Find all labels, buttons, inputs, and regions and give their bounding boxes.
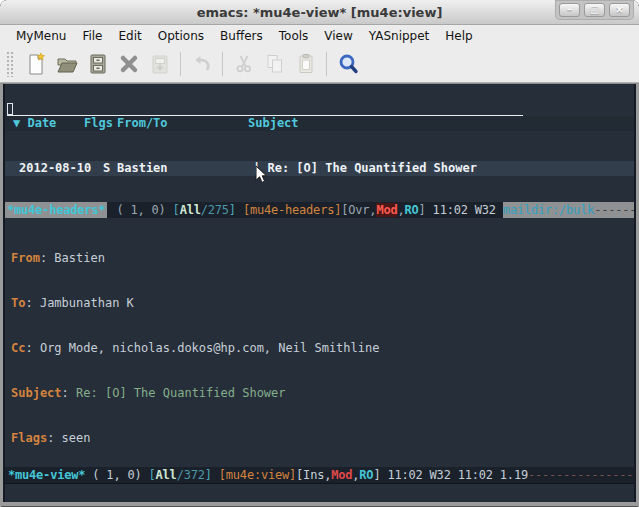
minimize-button[interactable]: – <box>559 3 580 17</box>
save-as-icon <box>144 50 175 78</box>
modeline-mu4e-headers[interactable]: *mu4e-headers* ( 1, 0) [ All /275 ] [mu4… <box>5 202 634 218</box>
modeline-buffer-name: *mu4e-headers* <box>5 202 107 218</box>
modeline-time: 11:02 W32 <box>426 203 503 217</box>
modeline-flag-mod: Mod <box>376 203 397 217</box>
undo-icon <box>186 50 217 78</box>
menu-yasnippet[interactable]: YASnippet <box>361 27 438 45</box>
headers-column-row: ▼ Date Flgs From/To Subject <box>5 116 634 131</box>
modeline-flag-ro: RO <box>359 467 373 483</box>
titlebar: emacs: *mu4e-view* [mu4e:view] – □ × <box>0 0 639 25</box>
field-label-flags: Flags <box>11 431 47 445</box>
tool-bar <box>0 46 639 83</box>
menu-edit[interactable]: Edit <box>111 27 150 45</box>
modeline-time: 11:02 W32 11:02 1.19 <box>380 467 528 483</box>
field-value-subject: Re: [O] The Quantified Shower <box>76 386 286 400</box>
modeline-dashes: ----------------------------------------… <box>594 203 634 217</box>
modeline-filter-count: /275 <box>201 203 229 217</box>
new-file-icon[interactable] <box>20 50 51 78</box>
field-label-subject: Subject <box>11 386 62 400</box>
toolbar-grip[interactable] <box>6 51 14 77</box>
save-icon[interactable] <box>82 50 113 78</box>
modeline-flag-ovr: Ovr <box>348 203 369 217</box>
message-row-selected[interactable]: 2012-08-10 S Bastien | Re: [O] The Quant… <box>5 161 634 176</box>
emacs-frame: ▼ Date Flgs From/To Subject 2012-08-10 S… <box>0 83 639 506</box>
modeline-flag-ins: Ins <box>303 467 324 483</box>
menu-options[interactable]: Options <box>150 27 212 45</box>
modeline-dashes: ----------------------------------------… <box>528 467 634 483</box>
menu-view[interactable]: View <box>316 27 360 45</box>
menu-bar: MyMenu File Edit Options Buffers Tools V… <box>0 25 639 46</box>
row-subject: | Re: [O] The Quantified Shower <box>253 161 634 176</box>
emacs-window: emacs: *mu4e-view* [mu4e:view] – □ × MyM… <box>0 0 639 507</box>
column-from: From/To <box>117 116 248 131</box>
row-flags: S <box>103 161 117 176</box>
close-buffer-icon[interactable] <box>113 50 144 78</box>
modeline-mu4e-view[interactable]: *mu4e-view* ( 1, 0) [ All /372 ] [mu4e:v… <box>5 467 634 483</box>
menu-help[interactable]: Help <box>437 27 480 45</box>
field-value-from: Bastien <box>54 251 105 265</box>
row-from: Bastien <box>117 161 253 176</box>
menu-tools[interactable]: Tools <box>271 27 317 45</box>
modeline-buffer-name: *mu4e-view* <box>5 467 85 483</box>
open-file-icon[interactable] <box>51 50 82 78</box>
mu4e-headers-window: ▼ Date Flgs From/To Subject 2012-08-10 S… <box>5 84 634 202</box>
column-date: ▼ Date <box>13 116 84 131</box>
field-label-cc: Cc <box>11 341 25 355</box>
menu-mymenu[interactable]: MyMenu <box>8 27 74 45</box>
toolbar-separator <box>180 52 181 76</box>
modeline-position: ( 1, 0) <box>85 467 148 483</box>
row-date: 2012-08-10 <box>19 161 103 176</box>
modeline-flag-ro: RO <box>404 203 418 217</box>
window-controls: – □ × <box>555 0 634 20</box>
cut-icon <box>228 50 259 78</box>
field-value-to: Jambunathan K <box>40 296 134 310</box>
paste-icon <box>290 50 321 78</box>
copy-icon <box>259 50 290 78</box>
text-cursor <box>7 103 13 115</box>
modeline-flag-mod: Mod <box>331 467 352 483</box>
menu-file[interactable]: File <box>74 27 110 45</box>
mu4e-view-window: From: Bastien To: Jambunathan K Cc: Org … <box>5 218 634 467</box>
modeline-major-mode: [mu4e:view] <box>219 467 296 483</box>
modeline-position: ( 1, 0) <box>109 203 172 217</box>
modeline-maildir: maildir:/bulk <box>503 203 594 217</box>
mouse-pointer <box>255 165 268 189</box>
field-value-cc: Org Mode, nicholas.dokos@hp.com, Neil Sm… <box>40 341 380 355</box>
toolbar-separator <box>222 52 223 76</box>
column-subject: Subject <box>248 116 634 131</box>
minibuffer-echo-area[interactable] <box>5 483 634 502</box>
column-flags: Flgs <box>84 116 117 131</box>
modeline-filter-count: /372 <box>177 467 205 483</box>
menu-buffers[interactable]: Buffers <box>212 27 271 45</box>
toolbar-separator <box>326 52 327 76</box>
window-title: emacs: *mu4e-view* [mu4e:view] <box>197 5 443 20</box>
selected-row-underline <box>7 115 523 116</box>
modeline-filter-all: All <box>180 203 201 217</box>
maximize-button[interactable]: □ <box>584 3 605 17</box>
field-label-from: From <box>11 251 40 265</box>
modeline-filter-all: All <box>156 467 177 483</box>
field-value-flags: seen <box>62 431 91 445</box>
search-icon[interactable] <box>332 50 363 78</box>
field-label-to: To <box>11 296 25 310</box>
modeline-major-mode: [mu4e-headers] <box>243 203 341 217</box>
close-button[interactable]: × <box>609 3 630 17</box>
